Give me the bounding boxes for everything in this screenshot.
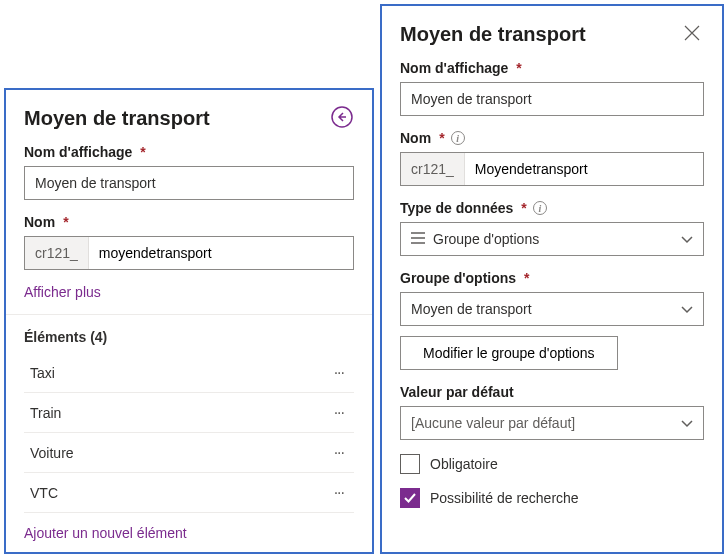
chevron-down-icon (681, 415, 693, 431)
close-button[interactable] (680, 22, 704, 46)
name-field: Nom* i cr121_ (400, 130, 704, 186)
searchable-checkbox-row: Possibilité de recherche (400, 488, 704, 508)
default-value-text: [Aucune valeur par défaut] (411, 415, 575, 431)
more-options-icon[interactable]: ··· (326, 361, 352, 385)
option-set-icon (411, 231, 425, 247)
data-type-label: Type de données* i (400, 200, 704, 216)
close-icon (684, 25, 700, 44)
option-set-panel: Moyen de transport Nom d'affichage* Nom*… (4, 88, 374, 554)
label-text: Nom (400, 130, 431, 146)
required-indicator: * (63, 214, 68, 230)
searchable-checkbox-label: Possibilité de recherche (430, 490, 579, 506)
list-item-label: Voiture (30, 445, 74, 461)
display-name-input[interactable] (24, 166, 354, 200)
list-item-label: Train (30, 405, 61, 421)
label-text: Type de données (400, 200, 513, 216)
data-type-value: Groupe d'options (433, 231, 539, 247)
display-name-field: Nom d'affichage* (24, 144, 354, 200)
name-label: Nom* (24, 214, 354, 230)
list-item-label: VTC (30, 485, 58, 501)
info-icon[interactable]: i (533, 201, 547, 215)
required-indicator: * (524, 270, 529, 286)
name-input-wrap: cr121_ (400, 152, 704, 186)
schema-prefix: cr121_ (401, 153, 465, 185)
list-item[interactable]: Taxi ··· (24, 353, 354, 393)
option-group-value: Moyen de transport (411, 301, 532, 317)
check-icon (403, 491, 417, 505)
list-item[interactable]: Voiture ··· (24, 433, 354, 473)
show-more-link[interactable]: Afficher plus (24, 284, 101, 300)
default-value-label: Valeur par défaut (400, 384, 704, 400)
required-indicator: * (521, 200, 526, 216)
separator (6, 314, 372, 315)
required-checkbox-row: Obligatoire (400, 454, 704, 474)
edit-option-group-button[interactable]: Modifier le groupe d'options (400, 336, 618, 370)
list-item[interactable]: Train ··· (24, 393, 354, 433)
panel-header: Moyen de transport (400, 22, 704, 46)
display-name-input[interactable] (400, 82, 704, 116)
required-checkbox-label: Obligatoire (430, 456, 498, 472)
panel-header: Moyen de transport (24, 106, 354, 130)
option-group-select[interactable]: Moyen de transport (400, 292, 704, 326)
column-properties-panel: Moyen de transport Nom d'affichage* Nom*… (380, 4, 724, 554)
name-input-wrap: cr121_ (24, 236, 354, 270)
list-item-label: Taxi (30, 365, 55, 381)
add-item-link[interactable]: Ajouter un nouvel élément (24, 525, 187, 541)
display-name-label: Nom d'affichage* (24, 144, 354, 160)
chevron-down-icon (681, 301, 693, 317)
panel-title: Moyen de transport (24, 107, 210, 130)
data-type-select[interactable]: Groupe d'options (400, 222, 704, 256)
more-options-icon[interactable]: ··· (326, 401, 352, 425)
more-options-icon[interactable]: ··· (326, 441, 352, 465)
required-indicator: * (516, 60, 521, 76)
default-value-select[interactable]: [Aucune valeur par défaut] (400, 406, 704, 440)
panel-title: Moyen de transport (400, 23, 586, 46)
display-name-label: Nom d'affichage* (400, 60, 704, 76)
back-arrow-icon (331, 106, 353, 131)
data-type-field: Type de données* i Groupe d'options (400, 200, 704, 256)
option-group-field: Groupe d'options* Moyen de transport Mod… (400, 270, 704, 370)
name-label: Nom* i (400, 130, 704, 146)
display-name-field: Nom d'affichage* (400, 60, 704, 116)
schema-prefix: cr121_ (25, 237, 89, 269)
option-group-label: Groupe d'options* (400, 270, 704, 286)
name-input[interactable] (465, 153, 703, 185)
list-item[interactable]: VTC ··· (24, 473, 354, 513)
info-icon[interactable]: i (451, 131, 465, 145)
label-text: Nom d'affichage (400, 60, 508, 76)
label-text: Valeur par défaut (400, 384, 514, 400)
required-checkbox[interactable] (400, 454, 420, 474)
chevron-down-icon (681, 231, 693, 247)
required-indicator: * (140, 144, 145, 160)
searchable-checkbox[interactable] (400, 488, 420, 508)
back-button[interactable] (330, 106, 354, 130)
more-options-icon[interactable]: ··· (326, 481, 352, 505)
elements-section-title: Éléments (4) (24, 329, 354, 345)
default-value-field: Valeur par défaut [Aucune valeur par déf… (400, 384, 704, 440)
name-field: Nom* cr121_ (24, 214, 354, 270)
required-indicator: * (439, 130, 444, 146)
label-text: Nom (24, 214, 55, 230)
label-text: Nom d'affichage (24, 144, 132, 160)
name-input[interactable] (89, 237, 353, 269)
label-text: Groupe d'options (400, 270, 516, 286)
